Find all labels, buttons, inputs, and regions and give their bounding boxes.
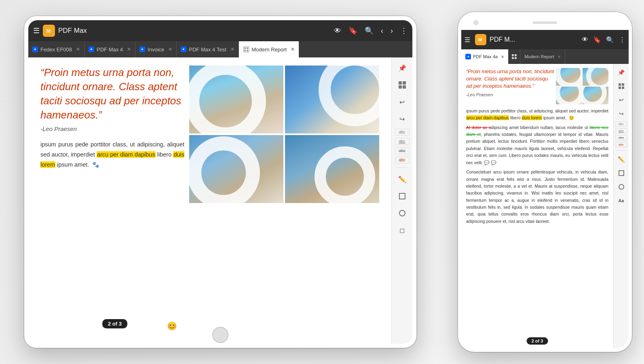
phone-top-section: “Proin metus urna porta non, tincidunt o… <box>466 68 608 104</box>
phone-content-area: “Proin metus urna porta non, tincidunt o… <box>461 64 629 349</box>
more-options-icon[interactable]: ⋮ <box>400 26 408 35</box>
emoji-decoration: 😊 <box>167 321 177 331</box>
tab-close-icon[interactable]: ✕ <box>127 47 131 52</box>
arch-curve-decor <box>189 66 266 133</box>
phone-rect-icon[interactable] <box>615 167 627 179</box>
phone-highlight-duis: duis lorem <box>522 115 542 120</box>
phone-images-grid <box>556 68 608 104</box>
phone-abc1-tool[interactable]: abc <box>615 121 627 127</box>
hamburger-menu-icon[interactable]: ☰ <box>33 26 40 35</box>
tab-close-icon[interactable]: ✕ <box>230 47 234 52</box>
redo-tool-icon[interactable]: ↪ <box>395 112 410 126</box>
dropbox-icon: ✦ <box>181 47 186 52</box>
eye-icon[interactable]: 👁 <box>334 27 341 35</box>
header-icons: 👁 🔖 🔍 ‹ › ⋮ <box>334 26 408 35</box>
phone-hamburger-icon[interactable]: ☰ <box>465 36 470 44</box>
pdf-main-content: “Proin metus urna porta non, tincidunt o… <box>28 57 391 344</box>
phone-tab-close-modern[interactable]: ✕ <box>557 55 561 59</box>
phone-eye-icon[interactable]: 👁 <box>582 36 588 43</box>
arch-image-3 <box>189 135 283 203</box>
phone-grid-icon[interactable] <box>615 80 627 92</box>
images-grid <box>189 66 379 203</box>
arch-curve-decor <box>189 136 260 203</box>
pin-tool-icon[interactable]: 📌 <box>395 61 410 75</box>
phone-msg-icon2: 💬 <box>491 160 496 165</box>
next-page-icon[interactable]: › <box>391 27 393 35</box>
phone-arch-img-4 <box>583 87 608 104</box>
tab-modern-report[interactable]: Modern Report ✕ <box>239 41 300 57</box>
undo-tool-icon[interactable]: ↩ <box>395 95 410 109</box>
phone-arch-img-1 <box>556 68 582 86</box>
arch-image-2 <box>285 66 379 133</box>
rect-tool-icon[interactable] <box>395 189 410 203</box>
svg-rect-14 <box>512 54 514 56</box>
phone-screen: ☰ M PDF M... 👁 🔖 🔍 ⋮ ✦ PDF Max 4a ✕ <box>461 15 629 349</box>
phone-author: -Leo Praesen <box>466 92 554 98</box>
phone-toolbar-divider <box>617 150 626 150</box>
text-tool-abc4[interactable]: abc <box>395 157 410 163</box>
page-indicator: 2 of 3 <box>102 319 127 328</box>
prev-page-icon[interactable]: ‹ <box>381 27 383 35</box>
phone-tab-modern-report[interactable]: Modern Report ✕ <box>520 49 565 64</box>
svg-rect-4 <box>244 50 246 51</box>
phone-pen-icon[interactable]: ✏️ <box>615 153 627 165</box>
phone-tab-pdfmax4a[interactable]: ✦ PDF Max 4a ✕ <box>461 49 509 64</box>
arch-image-4 <box>285 135 379 203</box>
right-toolbar: 📌 ↩ ↪ abc abc abc abc ✏️ <box>391 57 412 344</box>
svg-rect-5 <box>247 50 248 51</box>
svg-text:M: M <box>478 37 482 42</box>
phone-arch-img-3 <box>556 87 582 104</box>
phone-circle-icon[interactable] <box>615 181 627 193</box>
highlight-arcu: arcu per diam dapibus <box>97 151 156 158</box>
svg-rect-10 <box>399 193 405 199</box>
circle-tool-icon[interactable] <box>395 206 410 220</box>
app-header: ☰ M PDF Max 👁 🔖 🔍 ‹ › ⋮ <box>28 20 412 41</box>
text-tool-abc1[interactable]: abc <box>395 129 410 135</box>
svg-rect-8 <box>399 85 402 89</box>
phone-pdf-content: “Proin metus urna porta non, tincidunt o… <box>461 64 613 349</box>
erase-tool-icon[interactable]: ◻ <box>395 223 410 237</box>
svg-rect-7 <box>403 81 406 85</box>
phone-body-text: ipsum purus pede porttitor class, ut adi… <box>466 108 608 225</box>
phone-abc4-tool[interactable]: abc <box>615 142 627 147</box>
tab-pdfmax4test[interactable]: ✦ PDF Max 4 Test ✕ <box>177 41 239 57</box>
pen-tool-icon[interactable]: ✏️ <box>395 172 410 186</box>
svg-rect-18 <box>619 83 621 86</box>
phone-abc2-tool[interactable]: abc <box>615 128 627 133</box>
phone-font-icon[interactable]: Aa <box>615 195 627 207</box>
phone-msg-icon1: 💬 <box>484 160 490 165</box>
phone-quote-text: “Proin metus urna porta non, tincidunt o… <box>466 68 554 102</box>
svg-point-11 <box>399 210 405 216</box>
phone-undo-icon[interactable]: ↩ <box>615 94 627 106</box>
tab-invoice[interactable]: ✦ Invoice ✕ <box>135 41 177 57</box>
body-text: ipsum purus pede porttitor class, ut adi… <box>40 140 184 169</box>
phone-search-icon[interactable]: 🔍 <box>606 36 614 44</box>
svg-rect-21 <box>622 87 624 89</box>
tab-close-icon[interactable]: ✕ <box>168 47 172 52</box>
phone-device: ☰ M PDF M... 👁 🔖 🔍 ⋮ ✦ PDF Max 4a ✕ <box>458 12 632 352</box>
phone-logo: M <box>475 34 486 45</box>
strikethrough-text: At dolor ac a <box>466 125 491 130</box>
arch-curve-decor <box>315 146 375 203</box>
tab-close-icon[interactable]: ✕ <box>291 47 295 52</box>
text-tool-abc2[interactable]: abc <box>395 138 410 145</box>
bookmark-icon[interactable]: 🔖 <box>348 26 357 35</box>
phone-more-icon[interactable]: ⋮ <box>619 36 625 44</box>
phone-smiley: 🙂 <box>569 115 574 120</box>
svg-rect-17 <box>515 57 517 59</box>
grid-tool-icon[interactable] <box>395 78 410 92</box>
phone-tab-close-icon[interactable]: ✕ <box>501 55 504 59</box>
phone-speaker <box>533 21 557 24</box>
tablet-home-button[interactable] <box>212 327 228 343</box>
phone-redo-icon[interactable]: ↪ <box>615 108 627 120</box>
phone-pin-icon[interactable]: 📌 <box>615 66 627 78</box>
text-tool-abc3[interactable]: abc <box>395 147 410 154</box>
tab-close-icon[interactable]: ✕ <box>76 47 80 52</box>
dropbox-icon: ✦ <box>89 47 94 52</box>
tab-pdfmax4[interactable]: ✦ PDF Max 4 ✕ <box>84 41 135 57</box>
search-icon[interactable]: 🔍 <box>365 26 374 35</box>
phone-bookmark-icon[interactable]: 🔖 <box>593 36 601 44</box>
svg-rect-22 <box>619 171 624 176</box>
phone-abc3-tool[interactable]: abc <box>615 135 627 140</box>
tab-fedex[interactable]: ✦ Fedex EF008 ✕ <box>28 41 84 57</box>
